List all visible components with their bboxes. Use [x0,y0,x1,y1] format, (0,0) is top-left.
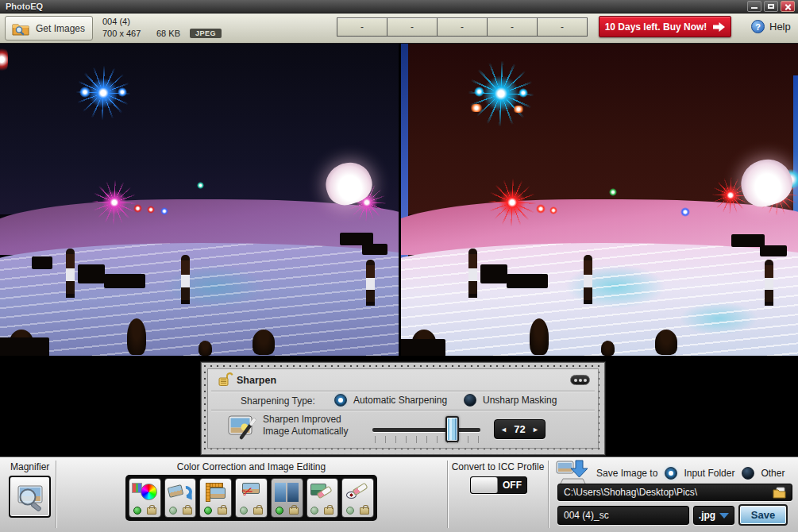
original-image-preview[interactable] [0,44,399,356]
preset-slot-3[interactable]: - [438,18,487,36]
icc-profile-label: Convert to ICC Profile [448,461,548,472]
preset-slot-1[interactable]: - [337,18,387,36]
preset-slot-5[interactable]: - [538,18,587,36]
bottom-toolbar: Magnifier Color Correction and Image Edi… [0,457,798,532]
performer [66,249,75,298]
toggle-knob [471,477,498,493]
sharpen-slider-track[interactable] [372,428,480,432]
title-bar: PhotoEQ [0,0,798,13]
radio-unselected-icon [464,394,476,407]
maximize-button[interactable] [764,1,778,12]
format-dropdown[interactable]: .jpg [693,506,734,525]
radio-selected-icon [665,467,677,480]
eraser-icon [352,483,368,496]
open-padlock-icon [218,372,233,387]
output-path-value: C:\Users\Shohag\Desktop\Pics\ [564,487,697,498]
sharpen-panel: Sharpen Sharpening Type: Automatic Sharp… [201,362,605,455]
toggle-state-label: OFF [498,477,526,493]
radio-other-folder[interactable]: Other [742,467,785,480]
folder-search-icon [12,21,29,36]
close-button[interactable] [781,1,795,12]
performer [366,260,375,306]
filename-field[interactable]: 004 (4)_sc [557,506,689,525]
lock-icon [324,507,333,515]
disabled-indicator [346,507,354,515]
tool-rotate[interactable] [164,478,197,518]
performer [584,255,592,304]
magic-wand-photo-icon [228,414,258,441]
tool-erase-retouch[interactable] [306,478,339,518]
enabled-indicator [133,507,141,515]
sharpen-value-spinner: ◄ 72 ► [494,419,545,439]
lock-icon [147,507,156,515]
save-button[interactable]: Save [738,504,788,526]
file-size: 68 KB [156,29,190,38]
sharpen-slider-handle[interactable] [445,416,459,442]
spinner-decrease-arrow[interactable]: ◄ [500,426,507,434]
lock-icon [183,507,192,515]
processed-image-preview[interactable] [401,44,798,356]
radio-unsharp-masking[interactable]: Unsharp Masking [464,394,557,407]
stage-steps [401,243,798,356]
spinner-increase-arrow[interactable]: ► [532,426,539,434]
main-toolbar: Get Images 004 (4) 700 x 467 68 KB JPEG … [0,13,798,44]
stage-steps [0,243,399,356]
magnifier-label: Magnifier [10,461,49,472]
save-image-icon [556,460,589,486]
help-label: Help [769,21,791,33]
buy-now-button[interactable]: 10 Days left. Buy Now! [599,16,731,37]
split-view-icon [275,483,286,502]
image-dimensions: 700 x 467 [102,29,156,38]
save-image-to-label: Save Image to [596,468,657,479]
performer [468,249,477,298]
enabled-indicator [204,507,212,515]
icc-toggle[interactable]: OFF [470,476,527,494]
pink-spotlight [92,180,137,225]
disabled-indicator [169,507,177,515]
minimize-button[interactable] [747,1,761,12]
radio-input-folder[interactable]: Input Folder [665,467,734,480]
editing-tools-group: ✂ [125,475,377,521]
grip-dots-icon[interactable] [570,375,590,385]
output-path-field[interactable]: C:\Users\Shohag\Desktop\Pics\ [557,484,792,501]
browse-folder-icon[interactable] [773,487,786,499]
radio-unselected-icon [742,467,754,480]
red-spotlight [488,179,536,226]
help-icon: ? [751,20,765,33]
tool-red-eye-removal[interactable] [341,478,374,518]
chevron-down-icon [719,513,729,519]
app-title: PhotoEQ [6,2,43,11]
sharpening-type-label: Sharpening Type: [241,395,315,407]
slider-tick-marks [375,436,479,443]
tool-compare-split[interactable] [271,478,303,518]
file-name: 004 (4) [102,17,222,26]
photoeq-window: PhotoEQ Get Images 004 (4) 700 x 467 68 … [0,0,798,532]
preset-slot-2[interactable]: - [387,18,437,36]
help-button[interactable]: ? Help [751,20,791,33]
radio-automatic-sharpening[interactable]: Automatic Sharpening [334,394,447,407]
get-images-label: Get Images [36,23,85,34]
disabled-indicator [310,507,318,515]
lock-icon [218,507,227,515]
format-value: .jpg [699,510,715,521]
preset-slot-4[interactable]: - [488,18,537,36]
panel-title: Sharpen [237,375,276,386]
sharpen-action-line2: Image Automatically [263,426,348,438]
filename-value: 004 (4)_sc [564,510,609,521]
disabled-indicator [240,507,248,515]
enabled-indicator [276,507,283,515]
tool-color-correction[interactable] [129,478,161,518]
tool-straighten[interactable] [199,478,232,518]
color-wheel-icon [141,484,157,500]
magnifier-icon [13,480,47,514]
magnifier-button[interactable] [9,476,51,518]
color-section-label: Color Correction and Image Editing [125,461,377,472]
get-images-button[interactable]: Get Images [5,16,93,40]
lock-icon [253,507,263,515]
tool-crop[interactable]: ✂ [235,478,268,518]
preset-slot-buttons: - - - - - [337,17,588,37]
lock-icon [360,507,369,515]
image-viewport: Sharpen Sharpening Type: Automatic Sharp… [0,44,798,457]
format-badge: JPEG [190,29,222,38]
window-controls [747,1,795,12]
